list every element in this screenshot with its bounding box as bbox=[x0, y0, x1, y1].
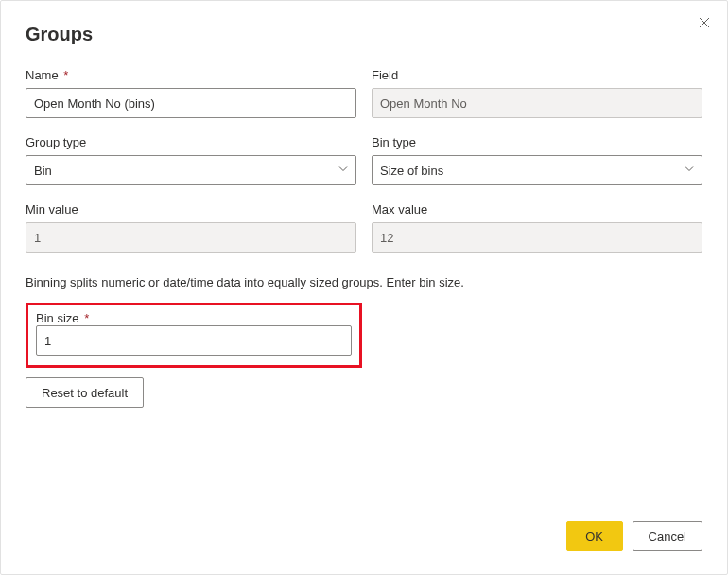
field-field-group: Field bbox=[372, 68, 702, 118]
cancel-button[interactable]: Cancel bbox=[633, 521, 702, 551]
group-type-select[interactable]: Bin bbox=[26, 155, 356, 185]
max-value-input bbox=[372, 222, 702, 253]
bin-size-label: Bin size * bbox=[36, 311, 89, 325]
dialog-title: Groups bbox=[26, 24, 702, 45]
group-type-label: Group type bbox=[26, 135, 356, 149]
required-mark: * bbox=[84, 311, 89, 325]
group-type-field-group: Group type Bin bbox=[26, 135, 356, 185]
bin-type-field-group: Bin type Size of bins bbox=[372, 135, 702, 185]
bin-size-highlight: Bin size * bbox=[26, 303, 362, 368]
ok-button[interactable]: OK bbox=[566, 521, 623, 551]
form-grid: Name * Field Group type Bin bbox=[26, 68, 702, 253]
bin-type-select[interactable]: Size of bins bbox=[372, 155, 702, 185]
name-field-group: Name * bbox=[26, 68, 356, 118]
bin-type-label: Bin type bbox=[372, 135, 702, 149]
min-value-input bbox=[26, 222, 356, 253]
field-label: Field bbox=[372, 68, 702, 82]
min-value-label: Min value bbox=[26, 202, 356, 217]
close-icon bbox=[699, 17, 710, 31]
required-mark: * bbox=[63, 68, 68, 82]
name-input[interactable] bbox=[26, 88, 356, 118]
name-label: Name * bbox=[26, 68, 356, 82]
max-value-label: Max value bbox=[372, 202, 702, 217]
min-value-field-group: Min value bbox=[26, 202, 356, 253]
dialog-footer: OK Cancel bbox=[26, 521, 702, 551]
reset-to-default-button[interactable]: Reset to default bbox=[26, 377, 144, 408]
groups-dialog: Groups Name * Field Group type Bin bbox=[0, 0, 728, 575]
close-button[interactable] bbox=[695, 14, 714, 33]
field-input bbox=[372, 88, 702, 118]
max-value-field-group: Max value bbox=[372, 202, 702, 253]
helper-text: Binning splits numeric or date/time data… bbox=[26, 275, 702, 289]
bin-size-input[interactable] bbox=[36, 325, 352, 356]
